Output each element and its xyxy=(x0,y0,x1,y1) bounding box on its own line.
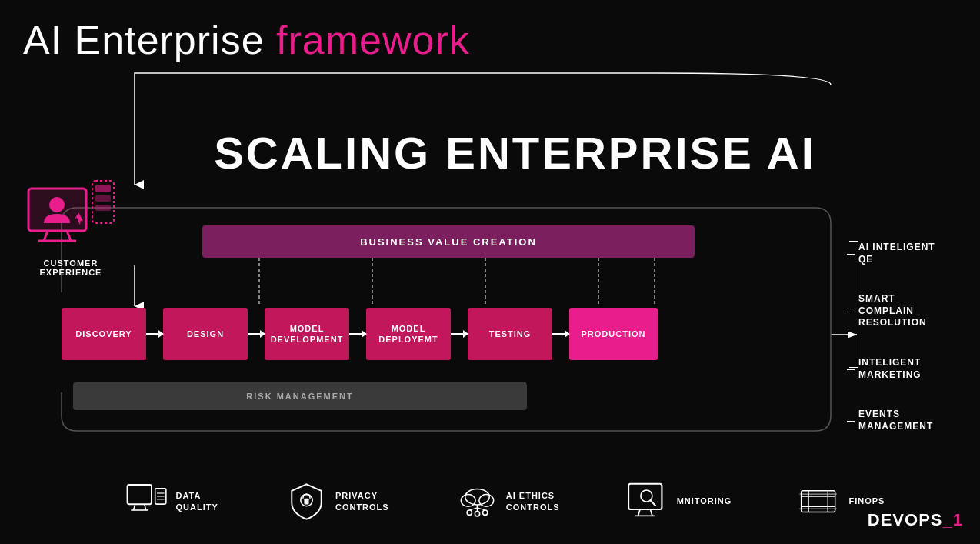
svg-rect-19 xyxy=(95,205,111,211)
data-quality-item: DATAQUALITY xyxy=(126,482,218,521)
svg-rect-20 xyxy=(127,485,151,504)
title-pink: framework xyxy=(276,18,470,62)
business-value-bar: BUSINESS VALUE CREATION xyxy=(202,225,695,258)
title-white: AI Enterprise xyxy=(23,18,276,62)
arrow-modeldev-modeldep xyxy=(349,333,366,335)
svg-line-40 xyxy=(638,509,640,516)
privacy-controls-label: PRIVACYCONTROLS xyxy=(335,490,389,514)
right-item-ai-qe: AI INTELIGENTQE xyxy=(858,239,966,269)
svg-line-38 xyxy=(477,508,485,510)
svg-point-30 xyxy=(465,489,489,505)
bottom-icons-row: DATAQUALITY PRIVACYCONTROLS AI ETHICSCON… xyxy=(92,482,918,521)
svg-rect-18 xyxy=(95,195,111,202)
svg-point-31 xyxy=(461,495,475,507)
svg-point-35 xyxy=(475,512,479,516)
arrow-modeldep-testing xyxy=(451,333,468,335)
testing-box: TESTING xyxy=(468,308,552,360)
svg-rect-17 xyxy=(95,185,111,192)
right-item-events: EVENTSMANAGEMENT xyxy=(858,405,966,436)
svg-point-36 xyxy=(482,510,487,515)
page-title: AI Enterprise framework xyxy=(23,17,470,63)
customer-experience-icon xyxy=(25,177,117,254)
svg-rect-39 xyxy=(628,484,662,509)
logo-suffix: _1 xyxy=(943,510,963,529)
svg-line-21 xyxy=(133,504,135,510)
main-heading: SCALING ENTERPRISE AI xyxy=(150,127,880,179)
right-bracket xyxy=(849,241,858,368)
monitoring-item: MNITORING xyxy=(627,482,732,521)
ai-ethics-item: AI ETHICSCONTROLS xyxy=(456,482,560,521)
svg-line-41 xyxy=(650,509,652,516)
risk-management-bar: RISK MANAGEMENT xyxy=(73,382,527,410)
search-monitor-icon xyxy=(627,482,669,521)
arrow-discovery-design xyxy=(146,333,163,335)
monitor-icon xyxy=(126,482,168,521)
logo: DEVOPS_1 xyxy=(868,510,963,530)
ai-ethics-label: AI ETHICSCONTROLS xyxy=(506,490,560,514)
logo-text: DEVOPS xyxy=(868,510,943,529)
shield-icon xyxy=(285,482,328,521)
svg-point-34 xyxy=(467,510,472,515)
model-development-box: MODELDEVELOPMENT xyxy=(265,308,349,360)
arrow-layer xyxy=(0,0,980,544)
right-item-smart-complain: SMARTCOMPLAINRESOLUTION xyxy=(858,290,966,332)
arrow-design-modeldev xyxy=(248,333,265,335)
discovery-box: DISCOVERY xyxy=(62,308,146,360)
finops-label: FINOPS xyxy=(848,496,885,507)
svg-line-11 xyxy=(44,231,48,241)
svg-line-37 xyxy=(469,508,477,510)
design-box: DESIGN xyxy=(163,308,248,360)
svg-line-12 xyxy=(67,231,71,241)
monitoring-label: MNITORING xyxy=(677,496,732,507)
svg-point-32 xyxy=(479,495,494,507)
svg-point-14 xyxy=(49,197,65,212)
model-deployment-box: MODELDEPLOYEMT xyxy=(366,308,451,360)
cash-icon xyxy=(798,482,841,521)
privacy-controls-item: PRIVACYCONTROLS xyxy=(285,482,389,521)
right-item-marketing: INTELIGENTMARKETING xyxy=(858,354,966,384)
customer-experience: CUSTOMEREXPERIENCE xyxy=(17,177,125,277)
production-box: PRODUCTION xyxy=(569,308,658,360)
arrow-testing-production xyxy=(552,333,569,335)
data-quality-label: DATAQUALITY xyxy=(176,490,218,514)
svg-line-22 xyxy=(144,504,145,510)
cloud-icon xyxy=(456,482,498,521)
svg-line-44 xyxy=(650,500,655,506)
customer-exp-label: CUSTOMEREXPERIENCE xyxy=(40,259,102,277)
process-flow: DISCOVERY DESIGN MODELDEVELOPMENT MODELD… xyxy=(62,308,658,360)
right-items-list: AI INTELIGENTQE SMARTCOMPLAINRESOLUTION … xyxy=(858,239,966,436)
svg-rect-29 xyxy=(304,499,308,505)
